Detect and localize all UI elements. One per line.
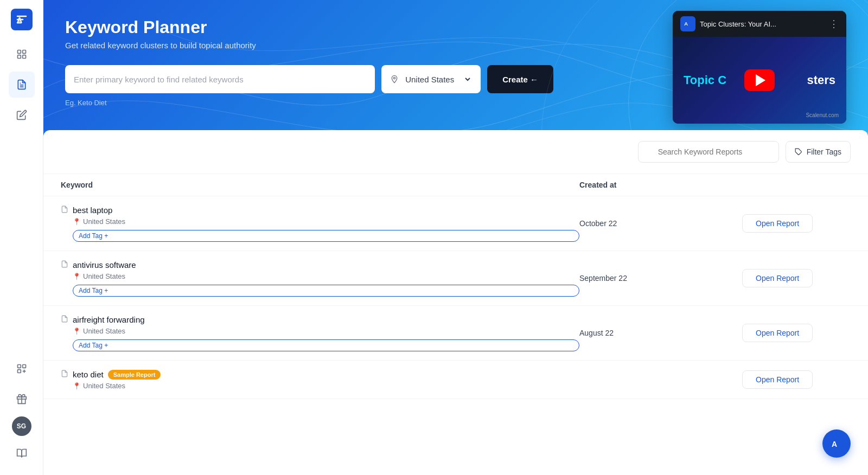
sample-report-badge: Sample Report xyxy=(108,370,161,380)
open-report-button[interactable]: Open Report xyxy=(742,214,813,233)
action-cell: Open Report xyxy=(742,324,851,342)
table-row: antivirus software 📍 United States Add T… xyxy=(43,251,868,306)
action-cell: Open Report xyxy=(742,214,851,233)
table-header: Keyword Created at xyxy=(43,174,868,196)
video-text-left: Topic C xyxy=(684,73,726,87)
keyword-cell: antivirus software 📍 United States Add T… xyxy=(61,260,579,297)
svg-text:A: A xyxy=(17,16,22,24)
add-tag-button[interactable]: Add Tag + xyxy=(73,285,579,297)
video-header-left: A Topic Clusters: Your AI... xyxy=(680,16,776,31)
keyword-doc-icon xyxy=(61,205,68,215)
location-pin-icon: 📍 xyxy=(73,382,81,390)
keyword-name-row: best laptop xyxy=(61,205,579,215)
sidebar-item-grid[interactable] xyxy=(9,41,35,67)
svg-rect-7 xyxy=(17,365,21,368)
keyword-cell: airfreight forwarding 📍 United States Ad… xyxy=(61,314,579,351)
location-pin-icon: 📍 xyxy=(73,218,81,226)
video-card: A Topic Clusters: Your AI... ⋮ Topic C s… xyxy=(673,11,846,124)
keyword-name-row: airfreight forwarding xyxy=(61,314,579,325)
location-text: United States xyxy=(83,382,125,390)
search-form: United States United Kingdom Canada Aust… xyxy=(65,65,553,93)
location-text: United States xyxy=(83,327,125,335)
main-content: Keyword Planner Get related keyword clus… xyxy=(43,0,868,475)
svg-rect-4 xyxy=(22,55,25,59)
sidebar-item-book[interactable] xyxy=(9,440,35,466)
search-reports-wrapper xyxy=(638,141,779,163)
keyword-name-row: keto diet Sample Report xyxy=(61,369,579,380)
video-more-button[interactable]: ⋮ xyxy=(829,18,839,30)
col-header-action xyxy=(742,181,851,189)
keyword-doc-icon xyxy=(61,369,68,380)
content-area: Filter Tags Keyword Created at xyxy=(43,130,868,475)
video-card-header: A Topic Clusters: Your AI... ⋮ xyxy=(673,11,846,37)
sidebar-item-docs[interactable] xyxy=(9,72,35,98)
svg-text:A: A xyxy=(684,21,688,27)
keyword-cell: keto diet Sample Report 📍 United States xyxy=(61,369,579,390)
col-header-date: Created at xyxy=(579,181,742,189)
table-row: keto diet Sample Report 📍 United States … xyxy=(43,361,868,399)
svg-rect-1 xyxy=(17,50,21,54)
youtube-play-button[interactable] xyxy=(744,69,775,91)
user-avatar[interactable]: SG xyxy=(12,416,31,436)
date-cell: August 22 xyxy=(579,329,742,337)
svg-rect-3 xyxy=(17,55,21,59)
tag-icon xyxy=(795,148,802,156)
location-select-wrapper[interactable]: United States United Kingdom Canada Aust… xyxy=(381,65,481,93)
keyword-location: 📍 United States xyxy=(73,217,579,226)
filter-tags-label: Filter Tags xyxy=(807,147,841,156)
date-cell: September 22 xyxy=(579,274,742,283)
keyword-input[interactable] xyxy=(65,65,375,93)
keyword-name: keto diet xyxy=(73,370,104,379)
open-report-button[interactable]: Open Report xyxy=(742,269,813,287)
app-logo[interactable]: A xyxy=(11,9,33,30)
svg-text:A: A xyxy=(832,440,837,448)
svg-rect-9 xyxy=(17,370,21,373)
keyword-location: 📍 United States xyxy=(73,382,579,390)
location-pin-icon: 📍 xyxy=(73,273,81,280)
video-logo: A xyxy=(680,16,695,31)
content-toolbar: Filter Tags xyxy=(43,130,868,174)
location-pin-icon: 📍 xyxy=(73,328,81,335)
video-title: Topic Clusters: Your AI... xyxy=(700,20,776,28)
create-button[interactable]: Create ← xyxy=(487,65,553,93)
date-cell: October 22 xyxy=(579,219,742,228)
video-watermark: Scalenut.com xyxy=(806,112,839,118)
keyword-doc-icon xyxy=(61,260,68,270)
keyword-cell: best laptop 📍 United States Add Tag + xyxy=(61,205,579,242)
keyword-name: airfreight forwarding xyxy=(73,315,145,324)
video-thumbnail[interactable]: Topic C sters Scalenut.com xyxy=(673,37,846,124)
action-cell: Open Report xyxy=(742,269,851,287)
video-text-right: sters xyxy=(807,73,835,87)
table-row: best laptop 📍 United States Add Tag + Oc… xyxy=(43,196,868,251)
open-report-button[interactable]: Open Report xyxy=(742,370,813,389)
open-report-button[interactable]: Open Report xyxy=(742,324,813,342)
add-tag-button[interactable]: Add Tag + xyxy=(73,230,579,242)
action-cell: Open Report xyxy=(742,370,851,389)
keyword-name: antivirus software xyxy=(73,260,136,269)
sidebar-item-edit[interactable] xyxy=(9,102,35,128)
filter-tags-button[interactable]: Filter Tags xyxy=(786,141,851,163)
svg-rect-8 xyxy=(22,365,25,368)
keyword-location: 📍 United States xyxy=(73,327,579,335)
chat-fab-button[interactable]: A xyxy=(822,429,851,458)
hero-section: Keyword Planner Get related keyword clus… xyxy=(43,0,868,141)
sidebar: A SG xyxy=(0,0,43,475)
location-text: United States xyxy=(83,217,125,226)
svg-rect-2 xyxy=(22,50,25,54)
table-body: best laptop 📍 United States Add Tag + Oc… xyxy=(43,196,868,399)
col-header-keyword: Keyword xyxy=(61,181,579,189)
search-reports-input[interactable] xyxy=(638,141,779,163)
add-tag-button[interactable]: Add Tag + xyxy=(73,339,579,351)
location-text: United States xyxy=(83,272,125,280)
table-row: airfreight forwarding 📍 United States Ad… xyxy=(43,306,868,361)
sidebar-item-gift[interactable] xyxy=(9,386,35,412)
location-dropdown[interactable]: United States United Kingdom Canada Aust… xyxy=(403,74,472,85)
keyword-name: best laptop xyxy=(73,206,112,215)
sidebar-item-add-widget[interactable] xyxy=(9,356,35,382)
keyword-location: 📍 United States xyxy=(73,272,579,280)
keyword-name-row: antivirus software xyxy=(61,260,579,270)
keyword-doc-icon xyxy=(61,314,68,325)
